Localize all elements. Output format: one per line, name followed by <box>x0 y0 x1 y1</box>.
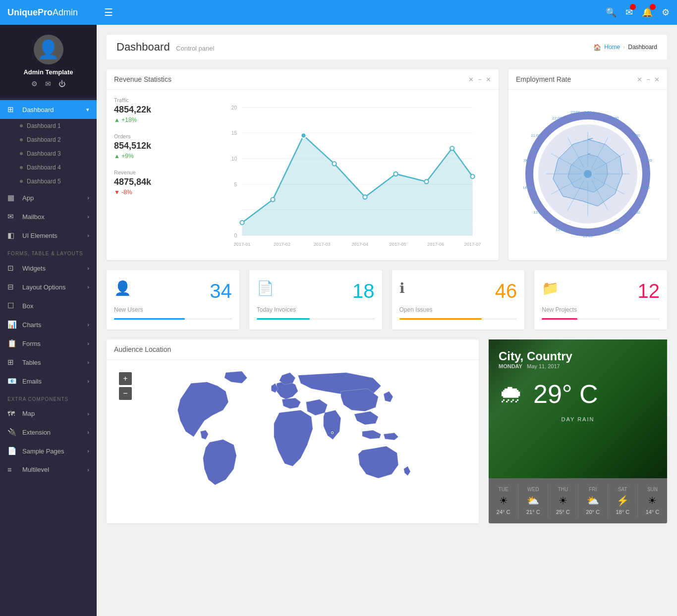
sun-icon: ☀ <box>551 495 575 506</box>
sidebar-item-emails[interactable]: 📧 Emails › <box>0 372 97 391</box>
sidebar-item-widgets[interactable]: ⊡ Widgets › <box>0 259 97 278</box>
stat-bar-open-issues <box>399 318 517 320</box>
collapse-icon[interactable]: − <box>478 76 482 83</box>
sidebar-item-app[interactable]: ▦ App › <box>0 188 97 207</box>
minimize-icon[interactable]: ✕ <box>637 76 642 83</box>
partly-cloudy-icon: ⛅ <box>521 495 545 506</box>
stat-card-today-invoices: 📄 18 Today Invoices <box>249 270 382 330</box>
india[interactable] <box>324 410 341 439</box>
indonesia[interactable] <box>362 430 381 439</box>
brand: UniquePro Admin <box>7 7 104 18</box>
chevron-right-icon: › <box>87 467 89 473</box>
data-point <box>424 179 428 183</box>
card-controls: ✕ − ✕ <box>637 76 660 83</box>
close-icon[interactable]: ✕ <box>654 76 660 83</box>
central-america[interactable] <box>200 430 208 440</box>
revenue-statistics-card: Revenue Statistics ✕ − ✕ Traffic 4854,22… <box>107 69 499 260</box>
sidebar-item-tables[interactable]: ⊞ Tables › <box>0 353 97 372</box>
forecast-day-name: SAT <box>611 487 635 492</box>
south-america[interactable] <box>203 440 237 485</box>
map-zoom-out-button[interactable]: − <box>119 387 132 400</box>
sidebar-item-dashboard4[interactable]: Dashboard 4 <box>0 161 97 174</box>
stat-label-new-users: New Users <box>114 306 232 313</box>
orders-label: Orders <box>114 133 203 139</box>
stat-bar-fill <box>114 318 185 320</box>
forecast-temp: 21° C <box>521 509 545 515</box>
sidebar-item-map[interactable]: 🗺 Map › <box>0 404 97 423</box>
employment-card-title: Employment Rate <box>516 75 571 83</box>
employment-card-header: Employment Rate ✕ − ✕ <box>508 69 667 90</box>
settings-icon[interactable]: ⚙ <box>662 7 670 18</box>
search-icon[interactable]: 🔍 <box>606 7 617 18</box>
svg-text:1:00: 1:00 <box>611 116 619 120</box>
japan[interactable] <box>384 392 393 402</box>
sidebar-item-label: Charts <box>22 321 41 329</box>
profile-settings-icon[interactable]: ⚙ <box>31 80 38 88</box>
page-subtitle: Control panel <box>176 45 214 52</box>
layout-icon: ⊟ <box>7 282 17 291</box>
sidebar-item-mailbox[interactable]: ✉ Mailbox › <box>0 207 97 226</box>
sidebar-item-label: Dashboard <box>22 106 54 113</box>
svg-text:2017-03: 2017-03 <box>314 242 331 247</box>
orders-value: 854,512k <box>114 141 203 151</box>
sidebar-item-charts[interactable]: 📊 Charts › <box>0 315 97 334</box>
new-zealand[interactable] <box>404 466 411 476</box>
sidebar-item-dashboard3[interactable]: Dashboard 3 <box>0 147 97 161</box>
avatar: 👤 <box>34 35 63 64</box>
sidebar-item-dashboard2[interactable]: Dashboard 2 <box>0 133 97 147</box>
sidebar-item-extension[interactable]: 🔌 Extension › <box>0 423 97 442</box>
minimize-icon[interactable]: ✕ <box>468 76 474 83</box>
sample-pages-icon: 📄 <box>7 447 17 455</box>
sidebar-item-multilevel[interactable]: ≡ Multilevel › <box>0 460 97 479</box>
svg-text:3:00: 3:00 <box>644 158 652 163</box>
sidebar-item-ui-elements[interactable]: ◧ UI Elements › <box>0 226 97 245</box>
collapse-icon[interactable]: − <box>646 76 650 83</box>
sidebar-sub-label: Dashboard 5 <box>27 178 61 185</box>
chevron-right-icon: › <box>87 214 89 220</box>
sidebar-item-dashboard1[interactable]: Dashboard 1 <box>0 119 97 133</box>
stat-bar-fill <box>542 318 577 320</box>
svg-text:2017-01: 2017-01 <box>233 242 250 247</box>
weather-card: City, Country MONDAY May 11, 2017 🌧 29° … <box>489 339 667 523</box>
employment-body: 0:00 1:00 2:00 3:00 8:00 9:00 10:00 11:0… <box>508 90 667 258</box>
bell-icon[interactable]: 🔔 <box>642 7 653 18</box>
map-zoom-in-button[interactable]: + <box>119 372 132 385</box>
sidebar-item-label: Forms <box>22 340 41 347</box>
europe-south[interactable] <box>282 398 301 409</box>
storm-icon: ⚡ <box>611 495 635 506</box>
extension-icon: 🔌 <box>7 428 17 437</box>
svg-text:8:00: 8:00 <box>642 185 650 190</box>
svg-text:2017-05: 2017-05 <box>390 242 406 247</box>
forecast-temp: 24° C <box>491 509 515 515</box>
sidebar-item-sample-pages[interactable]: 📄 Sample Pages › <box>0 442 97 460</box>
stat-card-new-users: 👤 34 New Users <box>107 270 239 330</box>
north-america[interactable] <box>177 382 228 437</box>
stat-top: 📁 12 <box>542 280 660 302</box>
africa[interactable] <box>274 410 313 466</box>
greenland[interactable] <box>225 371 247 383</box>
close-icon[interactable]: ✕ <box>486 76 491 83</box>
breadcrumb-separator: › <box>623 44 625 51</box>
charts-icon: 📊 <box>7 320 17 329</box>
menu-toggle[interactable]: ☰ <box>104 6 113 18</box>
stat-card-new-projects: 📁 12 New Projects <box>534 270 667 330</box>
svg-text:0:00: 0:00 <box>584 110 592 114</box>
sidebar-profile: 👤 Admin Template ⚙ ✉ ⏻ <box>0 25 97 98</box>
middle-east[interactable] <box>306 399 328 415</box>
sidebar-item-dashboard5[interactable]: Dashboard 5 <box>0 174 97 188</box>
indonesia2[interactable] <box>384 433 398 440</box>
revenue-metric: Revenue 4875,84k ▼ -8% <box>114 169 203 196</box>
sidebar-item-forms[interactable]: 📋 Forms › <box>0 334 97 353</box>
profile-mail-icon[interactable]: ✉ <box>45 80 51 88</box>
data-point <box>470 174 474 178</box>
australia[interactable] <box>358 446 398 478</box>
profile-power-icon[interactable]: ⏻ <box>58 80 65 88</box>
forecast-day-sat: SAT ⚡ 18° C <box>608 484 638 517</box>
sidebar-item-box[interactable]: ☐ Box <box>0 296 97 315</box>
sidebar-item-dashboard[interactable]: ⊞ Dashboard ▾ <box>0 100 97 119</box>
breadcrumb-home[interactable]: Home <box>604 44 620 51</box>
southeast-asia[interactable] <box>354 411 379 425</box>
sidebar-item-layout[interactable]: ⊟ Layout Options › <box>0 278 97 296</box>
mail-icon[interactable]: ✉ <box>625 7 633 18</box>
data-point <box>332 162 336 166</box>
